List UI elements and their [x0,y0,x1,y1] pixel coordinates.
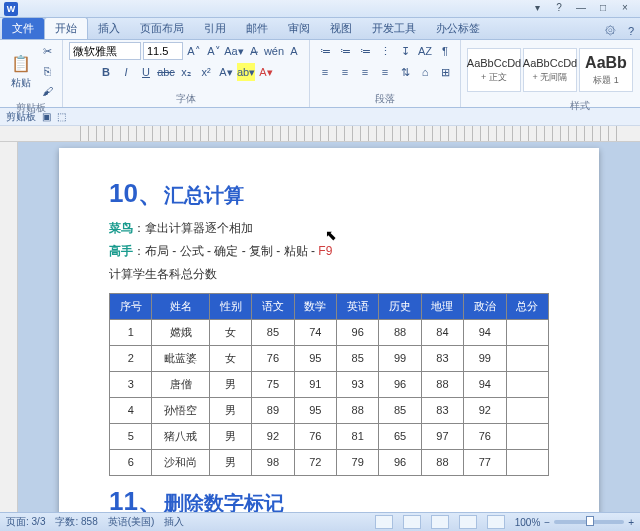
increase-indent-button[interactable]: ↧ [396,42,414,60]
table-cell: 88 [421,371,463,397]
tab-insert[interactable]: 插入 [88,18,130,39]
font-color-button[interactable]: A▾ [257,63,275,81]
tab-file[interactable]: 文件 [2,18,44,39]
zoom-in-button[interactable]: + [628,517,634,528]
table-cell: 85 [379,397,421,423]
grow-font-button[interactable]: A˄ [185,42,203,60]
style-normal[interactable]: AaBbCcDd+ 正文 [467,48,521,92]
zoom-level[interactable]: 100% [515,517,541,528]
show-marks-button[interactable]: ¶ [436,42,454,60]
status-mode[interactable]: 插入 [164,515,184,529]
font-name-select[interactable] [69,42,141,60]
style-nospacing[interactable]: AaBbCcDd+ 无间隔 [523,48,577,92]
style-heading1[interactable]: AaBb标题 1 [579,48,633,92]
tab-review[interactable]: 审阅 [278,18,320,39]
window-close-button[interactable]: × [614,2,636,16]
table-cell: 83 [421,397,463,423]
qat-btn1[interactable]: ▣ [42,111,51,122]
cut-button[interactable]: ✂ [38,42,56,60]
status-words[interactable]: 字数: 858 [55,515,97,529]
zoom-out-button[interactable]: − [544,517,550,528]
view-draft[interactable] [487,515,505,529]
table-cell: 74 [294,319,336,345]
ribbon-help-icon[interactable]: ? [622,23,640,39]
table-row: 4孙悟空男899588858392 [110,397,549,423]
copy-button[interactable]: ⎘ [38,62,56,80]
line-spacing-button[interactable]: ⇅ [396,63,414,81]
tab-mailings[interactable]: 邮件 [236,18,278,39]
subscript-button[interactable]: x₂ [177,63,195,81]
bullets-button[interactable]: ≔ [316,42,334,60]
format-painter-button[interactable]: 🖌 [38,82,56,100]
tab-office[interactable]: 办公标签 [426,18,490,39]
ribbon-dropdown[interactable]: ▾ [526,2,548,16]
body-text: 高手：布局 - 公式 - 确定 - 复制 - 粘贴 - F9 [109,242,549,261]
highlight-button[interactable]: ab▾ [237,63,255,81]
zoom-control: 100% − + [515,517,634,528]
italic-button[interactable]: I [117,63,135,81]
vertical-ruler[interactable] [0,142,18,512]
document-area[interactable]: 10、汇总计算 菜鸟：拿出计算器逐个相加 高手：布局 - 公式 - 确定 - 复… [0,142,640,512]
multilevel-button[interactable]: ≔ [356,42,374,60]
char-border-button[interactable]: A [285,42,303,60]
sort-button[interactable]: AZ [416,42,434,60]
superscript-button[interactable]: x² [197,63,215,81]
view-print-layout[interactable] [375,515,393,529]
align-center-button[interactable]: ≡ [336,63,354,81]
decrease-indent-button[interactable]: ⋮ [376,42,394,60]
underline-button[interactable]: U [137,63,155,81]
clear-format-button[interactable]: A̶ [245,42,263,60]
window-minimize-button[interactable]: — [570,2,592,16]
phonetic-button[interactable]: wén [265,42,283,60]
style-gallery[interactable]: AaBbCcDd+ 正文 AaBbCcDd+ 无间隔 AaBb标题 1 [467,48,633,92]
table-header: 数学 [294,293,336,319]
qat-btn2[interactable]: ⬚ [57,111,66,122]
bold-button[interactable]: B [97,63,115,81]
qat-clipboard[interactable]: 剪贴板 [6,110,36,124]
table-cell: 女 [209,345,251,371]
strike-button[interactable]: abc [157,63,175,81]
ribbon-min-icon[interactable]: ۞ [599,22,622,39]
table-header: 姓名 [152,293,209,319]
status-language[interactable]: 英语(美国) [108,515,155,529]
justify-button[interactable]: ≡ [376,63,394,81]
tab-view[interactable]: 视图 [320,18,362,39]
group-paragraph: ≔ ≔ ≔ ⋮ ↧ AZ ¶ ≡ ≡ ≡ ≡ ⇅ ⌂ ⊞ 段落 [310,40,461,107]
table-cell: 99 [464,345,506,371]
align-right-button[interactable]: ≡ [356,63,374,81]
table-cell [506,371,548,397]
table-cell: 唐僧 [152,371,209,397]
tab-layout[interactable]: 页面布局 [130,18,194,39]
numbering-button[interactable]: ≔ [336,42,354,60]
tab-references[interactable]: 引用 [194,18,236,39]
font-size-select[interactable] [143,42,183,60]
table-cell: 96 [379,371,421,397]
text-effects-button[interactable]: A▾ [217,63,235,81]
horizontal-ruler[interactable] [0,126,640,142]
zoom-slider[interactable] [554,520,624,524]
table-cell: 81 [337,423,379,449]
tab-home[interactable]: 开始 [44,17,88,39]
table-header: 总分 [506,293,548,319]
view-fullscreen[interactable] [403,515,421,529]
body-text: 计算学生各科总分数 [109,265,549,284]
tab-developer[interactable]: 开发工具 [362,18,426,39]
window-maximize-button[interactable]: □ [592,2,614,16]
table-cell: 95 [294,345,336,371]
table-cell: 男 [209,423,251,449]
view-outline[interactable] [459,515,477,529]
view-web[interactable] [431,515,449,529]
borders-button[interactable]: ⊞ [436,63,454,81]
align-left-button[interactable]: ≡ [316,63,334,81]
table-cell: 94 [464,371,506,397]
table-cell: 76 [252,345,294,371]
shrink-font-button[interactable]: A˅ [205,42,223,60]
table-cell: 92 [464,397,506,423]
change-case-button[interactable]: Aa▾ [225,42,243,60]
table-row: 5猪八戒男927681659776 [110,423,549,449]
paste-button[interactable]: 📋 粘贴 [6,50,36,92]
status-page[interactable]: 页面: 3/3 [6,515,45,529]
table-cell: 84 [421,319,463,345]
help-icon[interactable]: ? [548,2,570,16]
shading-button[interactable]: ⌂ [416,63,434,81]
